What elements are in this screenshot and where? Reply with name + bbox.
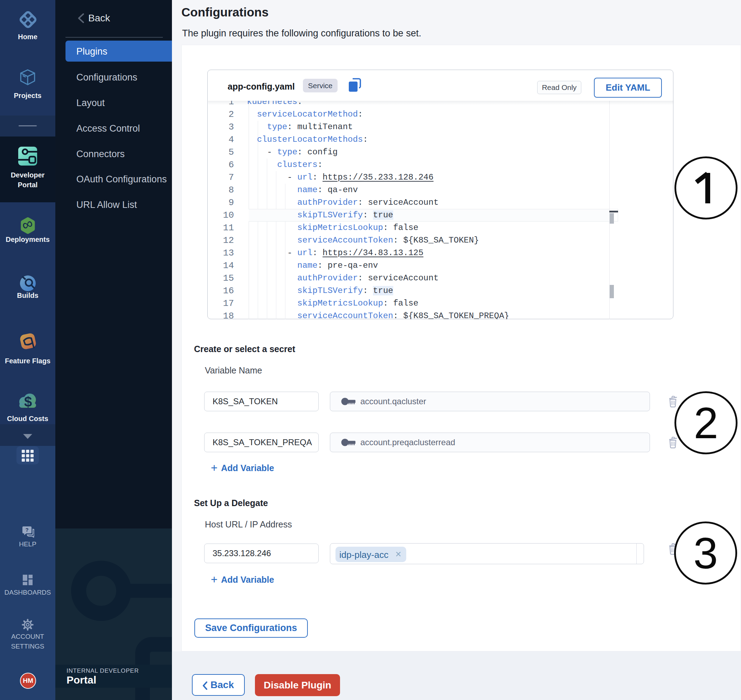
svg-text:?: ? [25, 527, 28, 533]
svg-text:$: $ [24, 394, 32, 409]
